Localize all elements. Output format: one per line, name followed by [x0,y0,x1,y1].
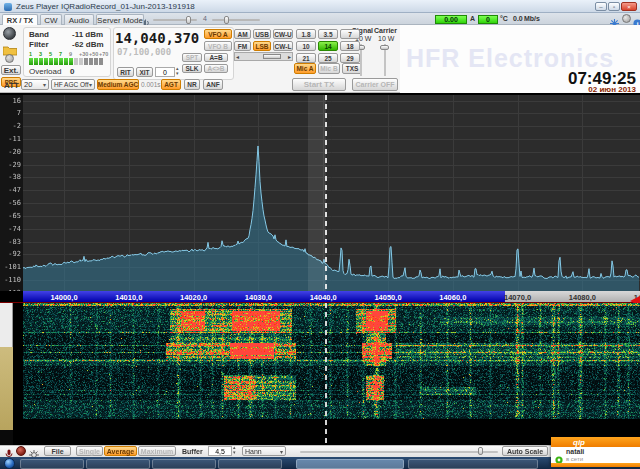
ext-button[interactable]: Ext. [1,65,21,75]
record-button[interactable] [5,54,14,63]
contact-name[interactable]: natali [566,448,584,455]
title-bar[interactable]: Zeus Player IQRadioRecord_01-Jun-2013-19… [0,0,640,13]
volume-slider-thumb[interactable] [186,16,191,24]
start-tx-button[interactable]: Start TX [292,78,346,91]
mode-button-lsb[interactable]: LSB [253,41,271,51]
agc-time-value[interactable]: 0.001s [141,81,161,88]
txs-button[interactable]: TXS [342,63,362,74]
tab-rx-tx[interactable]: RX / TX [2,14,38,25]
filter-passband-overlay[interactable] [308,95,326,291]
y-axis-label: -92 [1,250,21,258]
xit-button[interactable]: XIT [136,67,153,77]
scroll-right-icon[interactable]: ▸ [288,53,291,60]
a-eq-b-button[interactable]: A=B [204,53,228,62]
vfo-a-frequency[interactable]: 14,040,370 [115,30,199,46]
smeter-segment [89,58,93,65]
taskbar-app-button[interactable] [152,459,216,469]
att-dropdown[interactable]: 20 ▾ [21,79,49,90]
anf-button[interactable]: ANF [203,79,223,90]
agt-button[interactable]: AGT [161,79,181,90]
file-button[interactable]: File [44,446,71,456]
band-button-7[interactable]: 7 [340,29,360,39]
taskbar-app-button[interactable] [86,459,150,469]
scroll-left-icon[interactable]: ◂ [236,53,239,60]
monitor-slider[interactable] [212,19,260,21]
maximum-button[interactable]: Maximum [138,446,176,456]
qip-popup-body[interactable]: natali в сети [551,447,640,463]
average-button[interactable]: Average [104,446,137,456]
waterfall-contrast-thumb[interactable] [478,447,483,455]
y-axis-label: 16 [1,97,21,105]
spin-down-icon[interactable]: ▾ [176,71,179,76]
agc-mode-dropdown[interactable]: HF AGC Off ▾ [51,79,95,90]
mode-button-cw-l[interactable]: CW-L [273,41,293,51]
freq-scale-labels: 14000,014010,014020,014030,014040,014050… [0,291,640,302]
current-badge: 0.00 [435,15,467,24]
maximize-button[interactable]: ▫ [608,2,620,11]
x-axis-label: 14000,0 [42,293,86,302]
slk-button[interactable]: SLK [182,64,202,73]
volume-mark: 4 [203,15,207,22]
filter-value: -62 dBm [72,40,104,49]
carrier-off-button[interactable]: Carrier OFF [352,78,398,91]
vfo-b-button[interactable]: VFO B [204,41,232,51]
tuning-cursor-spectrum[interactable] [325,95,327,291]
buffer-spinner[interactable]: 4,5 [208,446,232,456]
band-button-3-5[interactable]: 3.5 [318,29,338,39]
tuning-cursor-waterfall[interactable] [325,303,327,445]
mode-button-usb[interactable]: USB [253,29,271,39]
single-button[interactable]: Single [76,446,103,456]
band-button-10[interactable]: 10 [296,41,316,51]
start-button[interactable] [4,458,15,469]
mode-button-cw-u[interactable]: CW-U [273,29,293,39]
taskbar-app-button[interactable] [20,459,84,469]
taskbar-app-button[interactable] [408,459,538,469]
ritxit-spinner[interactable]: 0 [155,67,175,77]
mic-a-button[interactable]: Mic A [294,63,316,74]
mode-button-fm[interactable]: FM [234,41,251,51]
band-button-14[interactable]: 14 [318,41,338,51]
taskbar-app-button[interactable] [218,459,282,469]
minimize-button[interactable]: – [595,2,607,11]
band-button-18[interactable]: 18 [340,41,360,51]
vfo-a-button[interactable]: VFO A [204,29,232,39]
tab-audio[interactable]: Audio [64,14,94,25]
waterfall-canvas[interactable] [23,303,640,445]
x-axis-label: 14030,0 [236,293,280,302]
band-button-21[interactable]: 21 [296,53,316,63]
auto-scale-button[interactable]: Auto Scale [502,446,548,456]
medium-agc-button[interactable]: Medium AGC [97,79,139,90]
waterfall-contrast-slider[interactable] [300,451,498,453]
scrollbar-thumb[interactable] [263,54,281,59]
speaker-knob-icon[interactable] [16,446,26,456]
nr-button[interactable]: NR [184,79,200,90]
close-button[interactable]: × [621,2,637,11]
taskbar-app-button-active[interactable] [296,459,404,469]
mic-b-button[interactable]: Mic B [318,63,340,74]
vfo-b-frequency[interactable]: 07,100,000 [117,47,171,57]
monitor-slider-thumb[interactable] [224,16,229,24]
smeter-scale: 13579+30+50+70 [29,51,105,57]
buffer-spin-arrows[interactable]: ▴ ▾ [233,445,236,455]
smeter-segment [54,58,58,65]
qip-popup-header[interactable]: qip [551,437,640,447]
spin-down-icon[interactable]: ▾ [233,450,236,455]
filter-scrollbar[interactable]: ◂ ▸ [234,52,293,61]
band-button-1-8[interactable]: 1.8 [296,29,316,39]
freq-scale-bar[interactable]: 14000,014010,014020,014030,014040,014050… [0,291,640,302]
tab-server-mode[interactable]: Server Mode [96,14,144,25]
smeter-scale-mark: 3 [39,51,42,57]
fft-window-dropdown[interactable]: Hann ▾ [242,446,286,456]
ritxit-spin-arrows[interactable]: ▴ ▾ [176,66,179,76]
tab-cw[interactable]: CW [40,14,62,25]
spt-button[interactable]: SPT [182,53,202,62]
mode-button-am[interactable]: AM [234,29,251,39]
rit-button[interactable]: RIT [117,67,134,77]
band-button-29[interactable]: 29 [340,53,360,63]
record-status-icon[interactable] [622,14,631,23]
qip-popup[interactable]: qip natali в сети [551,437,640,467]
band-button-25[interactable]: 25 [318,53,338,63]
carrier-slider-thumb[interactable] [380,45,389,50]
volume-knob[interactable] [3,27,16,40]
a-swap-b-button[interactable]: A<>B [204,64,228,73]
